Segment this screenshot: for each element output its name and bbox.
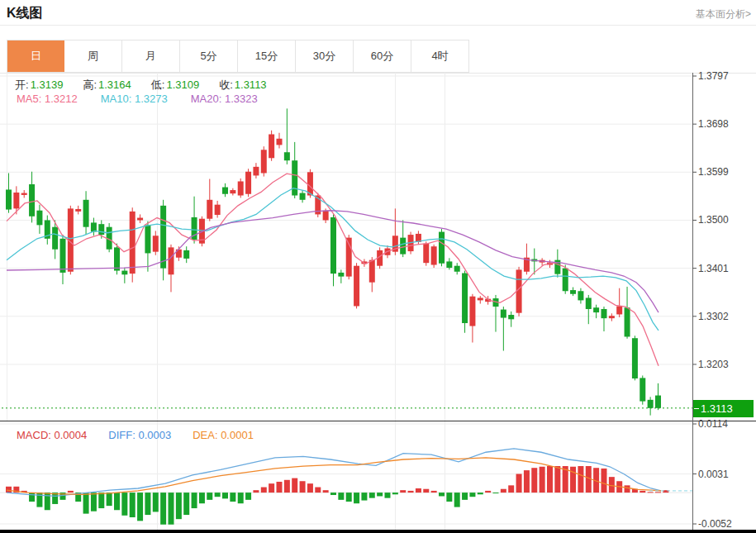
high-label: 高: bbox=[83, 79, 97, 91]
main-axis-label: 1.3698 bbox=[698, 118, 729, 130]
tab-60min[interactable]: 60分 bbox=[354, 40, 411, 72]
close-label: 收: bbox=[219, 79, 233, 91]
ohlc-legend: 开:1.3139高:1.3164低:1.3109收:1.3113 bbox=[15, 78, 287, 93]
kline-page: 1.37971.36981.35991.35001.34011.33021.32… bbox=[0, 0, 756, 533]
page-title: K线图 bbox=[7, 5, 43, 22]
main-axis-label: 1.3401 bbox=[698, 263, 729, 274]
macd-label: MACD: bbox=[17, 429, 51, 441]
low-value: 1.3109 bbox=[166, 79, 199, 91]
ma20-value: 1.3323 bbox=[225, 93, 258, 105]
close-value: 1.3113 bbox=[235, 79, 267, 91]
header-divider bbox=[0, 25, 756, 26]
tab-day[interactable]: 日 bbox=[7, 40, 64, 72]
tab-4hour[interactable]: 4时 bbox=[411, 40, 468, 72]
tab-week[interactable]: 周 bbox=[64, 40, 122, 72]
macd-axis-label: -0.0052 bbox=[698, 518, 732, 530]
ma20-label: MA20: bbox=[191, 93, 222, 105]
tab-30min[interactable]: 30分 bbox=[296, 40, 354, 72]
main-axis-label: 1.3203 bbox=[698, 359, 729, 370]
macd-histogram bbox=[6, 466, 668, 525]
ma10-value: 1.3273 bbox=[135, 93, 168, 105]
macd-axis-label: 0.0114 bbox=[698, 418, 728, 430]
current-price-badge: 1.3113 bbox=[693, 400, 754, 417]
ma5-value: 1.3212 bbox=[45, 93, 78, 105]
dea-value: 0.0001 bbox=[221, 429, 254, 441]
ma5-label: MA5: bbox=[17, 93, 41, 105]
macd-value: 0.0004 bbox=[55, 429, 88, 441]
diff-label: DIFF: bbox=[108, 429, 136, 441]
macd-legend: MACD: 0.0004DIFF: 0.0003DEA: 0.0001 bbox=[17, 429, 275, 441]
dea-label: DEA: bbox=[193, 429, 217, 441]
tab-15min[interactable]: 15分 bbox=[238, 40, 296, 72]
badge-tick-icon bbox=[694, 408, 699, 409]
current-price-value: 1.3113 bbox=[701, 402, 733, 415]
open-value: 1.3139 bbox=[31, 79, 64, 91]
bottom-border-bar bbox=[0, 530, 756, 533]
main-axis-label: 1.3797 bbox=[698, 70, 729, 82]
interval-tabbar: 日 周 月 5分 15分 30分 60分 4时 bbox=[7, 40, 469, 73]
macd-axis-label: 0.0031 bbox=[698, 469, 729, 480]
fundamental-analysis-link[interactable]: 基本面分析> bbox=[696, 7, 751, 21]
main-axis-label: 1.3599 bbox=[698, 166, 729, 178]
candlestick-series bbox=[6, 108, 661, 415]
main-axis-label: 1.3302 bbox=[698, 311, 729, 322]
ma-legend: MA5: 1.3212MA10: 1.3273MA20: 1.3323 bbox=[17, 93, 281, 105]
diff-value: 0.0003 bbox=[138, 429, 171, 441]
main-axis-label: 1.3500 bbox=[698, 214, 729, 226]
ma10-label: MA10: bbox=[101, 93, 132, 105]
low-label: 低: bbox=[151, 79, 165, 91]
tab-5min[interactable]: 5分 bbox=[180, 40, 238, 72]
tab-month[interactable]: 月 bbox=[122, 40, 180, 72]
high-value: 1.3164 bbox=[98, 79, 131, 91]
open-label: 开: bbox=[15, 79, 29, 91]
